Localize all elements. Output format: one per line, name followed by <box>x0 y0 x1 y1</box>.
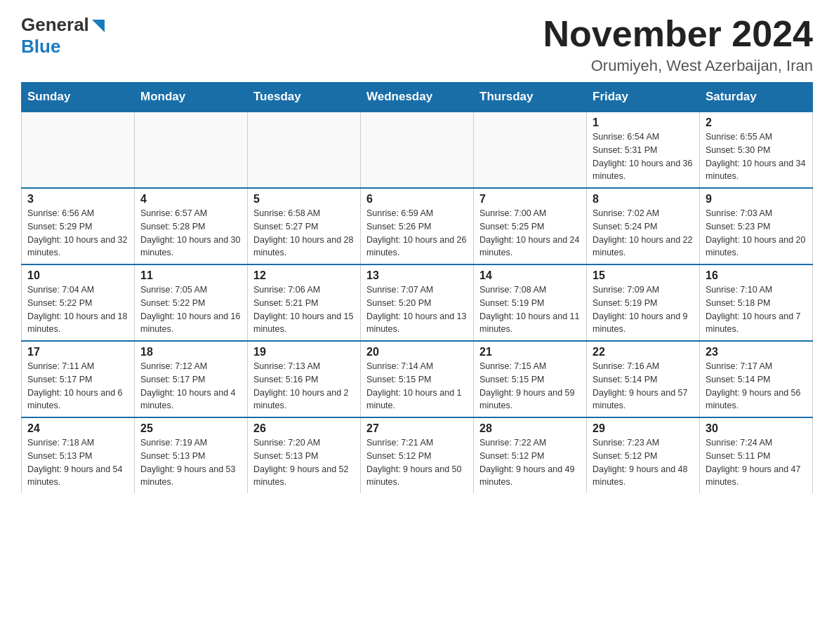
svg-marker-0 <box>92 20 105 32</box>
table-row <box>135 112 248 188</box>
table-row: 26Sunrise: 7:20 AMSunset: 5:13 PMDayligh… <box>248 417 361 493</box>
day-info: Sunrise: 6:58 AMSunset: 5:27 PMDaylight:… <box>253 207 355 260</box>
table-row: 27Sunrise: 7:21 AMSunset: 5:12 PMDayligh… <box>361 417 474 493</box>
day-number: 21 <box>479 346 581 358</box>
day-number: 15 <box>593 269 694 282</box>
day-number: 20 <box>366 346 468 358</box>
title-block: November 2024 Orumiyeh, West Azerbaijan,… <box>543 14 813 75</box>
location-subtitle: Orumiyeh, West Azerbaijan, Iran <box>543 57 813 75</box>
page-header: General Blue November 2024 Orumiyeh, Wes… <box>21 14 813 75</box>
day-info: Sunrise: 6:57 AMSunset: 5:28 PMDaylight:… <box>140 207 241 260</box>
day-number: 23 <box>706 346 807 358</box>
day-info: Sunrise: 7:00 AMSunset: 5:25 PMDaylight:… <box>479 207 581 260</box>
day-number: 18 <box>140 346 241 358</box>
day-info: Sunrise: 7:23 AMSunset: 5:12 PMDaylight:… <box>593 436 694 489</box>
day-info: Sunrise: 7:15 AMSunset: 5:15 PMDaylight:… <box>479 360 581 412</box>
day-number: 8 <box>593 193 694 206</box>
table-row: 15Sunrise: 7:09 AMSunset: 5:19 PMDayligh… <box>587 264 700 341</box>
calendar-week-row: 3Sunrise: 6:56 AMSunset: 5:29 PMDaylight… <box>22 188 813 264</box>
day-info: Sunrise: 6:55 AMSunset: 5:30 PMDaylight:… <box>706 130 807 183</box>
day-number: 16 <box>706 269 807 282</box>
table-row: 8Sunrise: 7:02 AMSunset: 5:24 PMDaylight… <box>587 188 700 264</box>
day-info: Sunrise: 7:11 AMSunset: 5:17 PMDaylight:… <box>27 360 128 412</box>
table-row: 14Sunrise: 7:08 AMSunset: 5:19 PMDayligh… <box>474 264 587 341</box>
day-number: 13 <box>366 269 468 282</box>
table-row: 28Sunrise: 7:22 AMSunset: 5:12 PMDayligh… <box>474 417 587 493</box>
table-row: 16Sunrise: 7:10 AMSunset: 5:18 PMDayligh… <box>700 264 813 341</box>
logo-general-text: General <box>21 14 89 36</box>
day-number: 30 <box>706 422 807 435</box>
calendar-week-row: 10Sunrise: 7:04 AMSunset: 5:22 PMDayligh… <box>22 264 813 341</box>
day-info: Sunrise: 7:06 AMSunset: 5:21 PMDaylight:… <box>253 283 355 336</box>
day-number: 14 <box>479 269 581 282</box>
day-number: 10 <box>27 269 128 282</box>
day-number: 19 <box>253 346 355 358</box>
day-info: Sunrise: 7:09 AMSunset: 5:19 PMDaylight:… <box>593 283 694 336</box>
day-info: Sunrise: 7:20 AMSunset: 5:13 PMDaylight:… <box>253 436 355 489</box>
table-row: 11Sunrise: 7:05 AMSunset: 5:22 PMDayligh… <box>135 264 248 341</box>
day-info: Sunrise: 7:17 AMSunset: 5:14 PMDaylight:… <box>706 360 807 412</box>
day-number: 2 <box>706 116 807 129</box>
table-row: 5Sunrise: 6:58 AMSunset: 5:27 PMDaylight… <box>248 188 361 264</box>
day-number: 27 <box>366 422 468 435</box>
table-row <box>248 112 361 188</box>
day-number: 28 <box>479 422 581 435</box>
table-row: 7Sunrise: 7:00 AMSunset: 5:25 PMDaylight… <box>474 188 587 264</box>
day-info: Sunrise: 7:22 AMSunset: 5:12 PMDaylight:… <box>479 436 581 489</box>
table-row <box>22 112 135 188</box>
day-info: Sunrise: 6:56 AMSunset: 5:29 PMDaylight:… <box>27 207 128 260</box>
table-row: 22Sunrise: 7:16 AMSunset: 5:14 PMDayligh… <box>587 341 700 417</box>
day-info: Sunrise: 7:02 AMSunset: 5:24 PMDaylight:… <box>593 207 694 260</box>
table-row: 13Sunrise: 7:07 AMSunset: 5:20 PMDayligh… <box>361 264 474 341</box>
day-number: 7 <box>479 193 581 206</box>
day-info: Sunrise: 7:07 AMSunset: 5:20 PMDaylight:… <box>366 283 468 336</box>
day-number: 9 <box>706 193 807 206</box>
day-info: Sunrise: 7:13 AMSunset: 5:16 PMDaylight:… <box>253 360 355 412</box>
day-info: Sunrise: 7:14 AMSunset: 5:15 PMDaylight:… <box>366 360 468 412</box>
day-number: 24 <box>27 422 128 435</box>
calendar-week-row: 24Sunrise: 7:18 AMSunset: 5:13 PMDayligh… <box>22 417 813 493</box>
header-saturday: Saturday <box>700 83 813 112</box>
logo: General Blue <box>21 14 106 58</box>
header-tuesday: Tuesday <box>248 83 361 112</box>
calendar-table: Sunday Monday Tuesday Wednesday Thursday… <box>21 82 813 493</box>
table-row: 10Sunrise: 7:04 AMSunset: 5:22 PMDayligh… <box>22 264 135 341</box>
header-friday: Friday <box>587 83 700 112</box>
day-number: 5 <box>253 193 355 206</box>
table-row: 4Sunrise: 6:57 AMSunset: 5:28 PMDaylight… <box>135 188 248 264</box>
day-number: 25 <box>140 422 241 435</box>
header-monday: Monday <box>135 83 248 112</box>
table-row: 9Sunrise: 7:03 AMSunset: 5:23 PMDaylight… <box>700 188 813 264</box>
day-info: Sunrise: 7:16 AMSunset: 5:14 PMDaylight:… <box>593 360 694 412</box>
table-row: 23Sunrise: 7:17 AMSunset: 5:14 PMDayligh… <box>700 341 813 417</box>
day-number: 11 <box>140 269 241 282</box>
day-info: Sunrise: 7:04 AMSunset: 5:22 PMDaylight:… <box>27 283 128 336</box>
table-row: 24Sunrise: 7:18 AMSunset: 5:13 PMDayligh… <box>22 417 135 493</box>
day-number: 1 <box>593 116 694 129</box>
table-row: 6Sunrise: 6:59 AMSunset: 5:26 PMDaylight… <box>361 188 474 264</box>
day-info: Sunrise: 7:24 AMSunset: 5:11 PMDaylight:… <box>706 436 807 489</box>
day-number: 3 <box>27 193 128 206</box>
calendar-week-row: 17Sunrise: 7:11 AMSunset: 5:17 PMDayligh… <box>22 341 813 417</box>
calendar-week-row: 1Sunrise: 6:54 AMSunset: 5:31 PMDaylight… <box>22 112 813 188</box>
day-info: Sunrise: 7:08 AMSunset: 5:19 PMDaylight:… <box>479 283 581 336</box>
table-row: 30Sunrise: 7:24 AMSunset: 5:11 PMDayligh… <box>700 417 813 493</box>
logo-blue-text: Blue <box>21 36 60 57</box>
month-title: November 2024 <box>543 14 813 54</box>
header-thursday: Thursday <box>474 83 587 112</box>
logo-triangle-icon <box>91 18 106 34</box>
day-info: Sunrise: 6:54 AMSunset: 5:31 PMDaylight:… <box>593 130 694 183</box>
table-row: 25Sunrise: 7:19 AMSunset: 5:13 PMDayligh… <box>135 417 248 493</box>
header-sunday: Sunday <box>22 83 135 112</box>
table-row: 19Sunrise: 7:13 AMSunset: 5:16 PMDayligh… <box>248 341 361 417</box>
day-info: Sunrise: 7:12 AMSunset: 5:17 PMDaylight:… <box>140 360 241 412</box>
calendar-header-row: Sunday Monday Tuesday Wednesday Thursday… <box>22 83 813 112</box>
day-info: Sunrise: 7:10 AMSunset: 5:18 PMDaylight:… <box>706 283 807 336</box>
table-row: 3Sunrise: 6:56 AMSunset: 5:29 PMDaylight… <box>22 188 135 264</box>
table-row: 18Sunrise: 7:12 AMSunset: 5:17 PMDayligh… <box>135 341 248 417</box>
day-info: Sunrise: 7:05 AMSunset: 5:22 PMDaylight:… <box>140 283 241 336</box>
day-number: 26 <box>253 422 355 435</box>
day-info: Sunrise: 7:19 AMSunset: 5:13 PMDaylight:… <box>140 436 241 489</box>
table-row: 2Sunrise: 6:55 AMSunset: 5:30 PMDaylight… <box>700 112 813 188</box>
table-row: 20Sunrise: 7:14 AMSunset: 5:15 PMDayligh… <box>361 341 474 417</box>
